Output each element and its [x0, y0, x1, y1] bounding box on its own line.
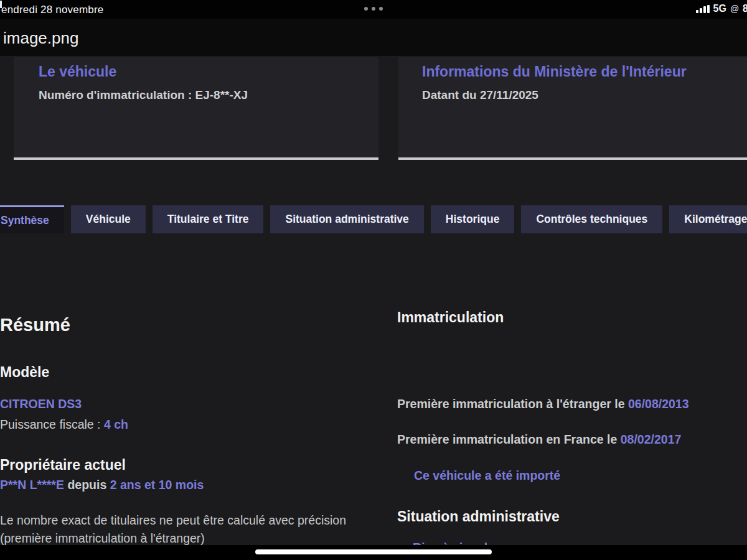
owner-line: P**N L****E depuis 2 ans et 10 mois — [0, 478, 204, 492]
vehicle-report-page: Le véhicule Numéro d'immatriculation : E… — [0, 56, 747, 545]
first-france-registration-line: Première immatriculation en France le 08… — [397, 432, 681, 447]
status-indicators: 5G @ 8 — [696, 3, 747, 14]
model-heading: Modèle — [0, 364, 49, 381]
tab-vehicule[interactable]: Véhicule — [71, 205, 146, 233]
owner-note-line2: (première immatriculation à l'étranger) — [0, 531, 205, 545]
tab-synthese[interactable]: Synthèse — [0, 205, 64, 233]
first-france-date: 08/02/2017 — [621, 432, 682, 446]
tab-historique[interactable]: Historique — [431, 205, 515, 233]
home-indicator[interactable] — [255, 549, 492, 554]
ministry-info-card: Informations du Ministère de l'Intérieur… — [398, 57, 747, 160]
registration-heading: Immatriculation — [397, 309, 504, 326]
title-bar: image.png — [0, 19, 747, 56]
first-foreign-registration-line: Première immatriculation à l'étranger le… — [397, 397, 689, 411]
battery-percent: 8 — [743, 3, 747, 14]
owner-name: P**N L****E — [0, 478, 64, 492]
multitasking-dots-icon[interactable] — [364, 7, 383, 11]
imported-notice: Ce véhicule a été importé — [414, 469, 560, 483]
model-name: CITROEN DS3 — [0, 397, 82, 411]
tab-controles-techniques[interactable]: Contrôles techniques — [521, 205, 662, 233]
summary-title: Résumé — [0, 315, 70, 335]
status-bar: endredi 28 novembre 5G @ 8 — [0, 0, 747, 19]
first-france-label: Première immatriculation en France le — [397, 432, 621, 446]
owner-since-label: depuis — [64, 478, 110, 492]
status-date: endredi 28 novembre — [1, 4, 103, 16]
admin-status-value: Rien à signaler — [413, 541, 499, 545]
owner-heading: Propriétaire actuel — [0, 457, 126, 474]
ministry-card-title: Informations du Ministère de l'Intérieur — [422, 63, 687, 80]
admin-status-heading: Situation administrative — [397, 508, 560, 525]
tab-bar: Synthèse Véhicule Titulaire et Titre Sit… — [0, 205, 747, 233]
orientation-lock-icon: @ — [730, 4, 739, 14]
model-value: CITROEN DS3 — [0, 397, 82, 411]
vehicle-card: Le véhicule Numéro d'immatriculation : E… — [14, 57, 378, 160]
bottom-bar — [0, 545, 747, 560]
fiscal-power-label: Puissance fiscale : — [0, 418, 104, 431]
file-name: image.png — [3, 29, 78, 48]
tab-titulaire-et-titre[interactable]: Titulaire et Titre — [153, 205, 264, 233]
owner-note-line1: Le nombre exact de titulaires ne peut êt… — [0, 513, 346, 528]
owner-since-value: 2 ans et 10 mois — [110, 478, 204, 492]
registration-number: Numéro d'immatriculation : EJ-8**-XJ — [39, 88, 248, 102]
first-foreign-date: 06/08/2013 — [628, 397, 689, 411]
tab-situation-administrative[interactable]: Situation administrative — [270, 205, 423, 233]
vehicle-card-title: Le véhicule — [39, 63, 116, 80]
fiscal-power-value: 4 ch — [104, 418, 128, 431]
data-date: Datant du 27/11/2025 — [422, 88, 538, 102]
network-label: 5G — [713, 3, 726, 14]
tab-kilometrage[interactable]: Kilométrage — [669, 205, 747, 233]
fiscal-power-line: Puissance fiscale : 4 ch — [0, 418, 128, 432]
signal-bars-icon — [696, 5, 710, 13]
first-foreign-label: Première immatriculation à l'étranger le — [397, 397, 628, 411]
